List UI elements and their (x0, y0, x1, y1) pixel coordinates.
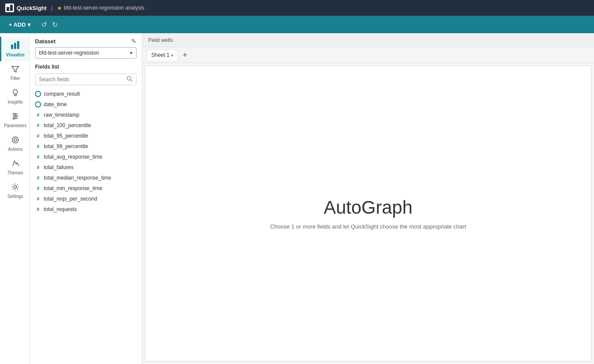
number-type-icon: # (35, 123, 41, 128)
number-type-icon: # (35, 207, 41, 212)
field-item-total_reqs_per_second[interactable]: #total_reqs_per_second (30, 194, 142, 204)
field-item-compare_result[interactable]: compare_result (30, 89, 142, 99)
number-type-icon: # (35, 112, 41, 118)
undo-button[interactable]: ↺ (39, 20, 49, 30)
dataset-name-text: bfd-test-server-regression (39, 50, 99, 56)
sheet-tab-arrow: ▾ (171, 53, 173, 58)
redo-button[interactable]: ↻ (50, 20, 59, 30)
number-type-icon: # (35, 196, 41, 201)
nav-divider: | (51, 5, 52, 11)
svg-rect-3 (11, 45, 13, 49)
field-item-total_99_percentile[interactable]: #total_99_percentile (30, 141, 142, 152)
fields-list-header: Fields list (30, 62, 142, 72)
field-name: date_time (44, 101, 67, 107)
themes-icon (11, 159, 20, 169)
sidebar-item-filter[interactable]: Filter (0, 61, 29, 85)
number-type-icon: # (35, 133, 41, 139)
star-icon: ★ (57, 5, 62, 11)
panel-header: Dataset ✎ (30, 33, 142, 47)
number-type-icon: # (35, 186, 41, 191)
search-input[interactable] (39, 76, 126, 83)
field-name: total_reqs_per_second (44, 196, 97, 202)
field-name: total_median_response_time (44, 175, 111, 181)
analysis-name-area: ★ bfd-test-server-regression analysis (57, 5, 144, 11)
sidebar-item-parameters-label: Parameters (4, 123, 27, 128)
field-name: total_min_response_time (44, 185, 102, 191)
field-item-total_median_response_time[interactable]: #total_median_response_time (30, 173, 142, 183)
filter-icon (11, 65, 20, 75)
svg-line-17 (131, 80, 133, 82)
field-name: total_failures (44, 164, 73, 170)
svg-point-10 (14, 113, 15, 115)
field-name: total_95_percentile (44, 133, 88, 139)
number-type-icon: # (35, 175, 41, 180)
canvas-area: AutoGraph Choose 1 or more fields and le… (145, 66, 591, 361)
dataset-selector[interactable]: bfd-test-server-regression ▾ (35, 47, 136, 59)
number-type-icon: # (35, 144, 41, 149)
field-name: total_avg_response_time (44, 154, 102, 160)
svg-point-6 (13, 90, 17, 94)
edit-dataset-icon[interactable]: ✎ (131, 38, 136, 45)
field-name: raw_timestamp (44, 112, 79, 118)
field-wells-bar: Field wells (142, 33, 594, 47)
main-layout: Visualize Filter Insights (0, 33, 594, 364)
sidebar-item-actions-label: Actions (8, 147, 23, 152)
sidebar-item-themes-label: Themes (7, 170, 23, 176)
sidebar-item-themes[interactable]: Themes (0, 156, 29, 179)
add-button[interactable]: + ADD ▾ (5, 20, 34, 30)
visualize-icon (10, 40, 20, 51)
string-type-icon (35, 101, 41, 107)
field-item-raw_timestamp[interactable]: #raw_timestamp (30, 110, 142, 120)
insights-icon (11, 88, 20, 98)
undo-icon: ↺ (41, 21, 47, 28)
sheets-bar: Sheet 1 ▾ + (142, 47, 594, 63)
number-type-icon: # (35, 165, 41, 170)
sidebar-item-settings[interactable]: Settings (0, 179, 29, 203)
field-name: total_100_percentile (44, 122, 91, 128)
logo-area: QuickSight (5, 3, 47, 12)
toolbar: + ADD ▾ ↺ ↻ (0, 16, 594, 33)
add-sheet-button[interactable]: + (181, 51, 189, 59)
svg-rect-4 (14, 43, 16, 49)
sidebar-item-parameters[interactable]: Parameters (0, 108, 29, 132)
field-item-total_avg_response_time[interactable]: #total_avg_response_time (30, 152, 142, 162)
string-type-icon (35, 91, 41, 97)
autograph-title: AutoGraph (324, 197, 412, 218)
sidebar-item-insights[interactable]: Insights (0, 85, 29, 108)
sidebar-item-actions[interactable]: Actions (0, 132, 29, 156)
fields-list: compare_resultdate_time#raw_timestamp#to… (30, 88, 142, 364)
dataset-dropdown-arrow: ▾ (130, 50, 133, 56)
actions-icon (11, 135, 20, 146)
svg-point-14 (14, 139, 17, 141)
fields-panel: Dataset ✎ bfd-test-server-regression ▾ F… (30, 33, 142, 364)
sidebar-item-settings-label: Settings (7, 194, 23, 199)
sidebar-item-filter-label: Filter (10, 76, 20, 81)
svg-rect-5 (17, 41, 19, 49)
number-type-icon: # (35, 154, 41, 159)
field-name: total_requests (44, 206, 77, 212)
content-area: Field wells Sheet 1 ▾ + AutoGraph Choose… (142, 33, 594, 364)
add-label: + ADD (9, 21, 26, 28)
sheet-tab-label: Sheet 1 (151, 52, 169, 58)
field-item-total_100_percentile[interactable]: #total_100_percentile (30, 120, 142, 131)
logo-text: QuickSight (17, 5, 47, 11)
icon-sidebar: Visualize Filter Insights (0, 33, 30, 364)
sheet-tab-1[interactable]: Sheet 1 ▾ (147, 49, 178, 60)
search-icon (126, 76, 133, 83)
field-item-total_requests[interactable]: #total_requests (30, 204, 142, 215)
quicksight-logo-icon (5, 3, 14, 12)
add-sheet-icon: + (182, 51, 187, 59)
settings-icon (11, 183, 20, 193)
dataset-label: Dataset (35, 38, 56, 45)
svg-point-11 (15, 115, 17, 117)
svg-rect-1 (7, 7, 9, 11)
field-item-total_95_percentile[interactable]: #total_95_percentile (30, 131, 142, 141)
search-box (35, 73, 136, 85)
svg-rect-2 (10, 5, 13, 11)
sidebar-item-visualize[interactable]: Visualize (0, 37, 29, 61)
field-item-total_min_response_time[interactable]: #total_min_response_time (30, 183, 142, 194)
svg-point-12 (13, 118, 15, 119)
parameters-icon (11, 112, 20, 122)
field-item-date_time[interactable]: date_time (30, 99, 142, 110)
field-item-total_failures[interactable]: #total_failures (30, 162, 142, 173)
